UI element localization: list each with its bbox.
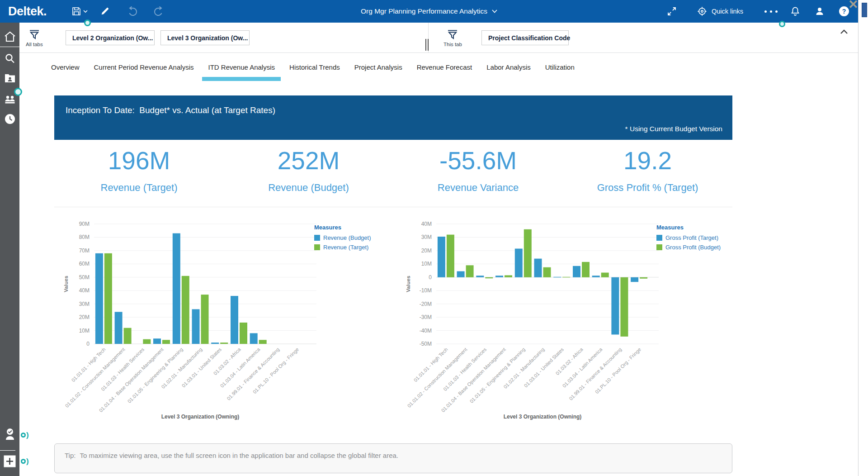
bar-revenue-target-[interactable] bbox=[162, 340, 170, 344]
bar-gross-profit-budget-[interactable] bbox=[485, 277, 493, 278]
tab-project-analysis[interactable]: Project Analysis bbox=[349, 53, 408, 81]
filter-level2-org-button[interactable]: Level 2 Organization (Ow... bbox=[66, 30, 155, 45]
revenue-bar-chart[interactable]: 90M80M70M60M50M40M30M20M10M0Values01.01.… bbox=[54, 210, 396, 439]
bar-revenue-budget-[interactable] bbox=[231, 296, 238, 344]
bar-gross-profit-target-[interactable] bbox=[592, 276, 600, 277]
y-tick-label: 50M bbox=[79, 274, 90, 281]
filter-funnel-icon bbox=[28, 29, 40, 41]
bar-revenue-budget-[interactable] bbox=[173, 233, 180, 344]
bar-revenue-budget-[interactable] bbox=[211, 343, 219, 344]
bar-gross-profit-budget-[interactable] bbox=[562, 277, 570, 277]
bar-gross-profit-budget-[interactable] bbox=[620, 277, 628, 337]
bar-revenue-budget-[interactable] bbox=[95, 253, 103, 344]
y-axis-title: Values bbox=[406, 276, 411, 292]
gross-profit-bar-chart[interactable]: 40M30M20M10M0-10M-20M-30M-40M-50MValues0… bbox=[396, 210, 738, 439]
filter-level3-org-button[interactable]: Level 3 Organization (Ow... bbox=[160, 30, 250, 45]
tab-labor-analysis[interactable]: Labor Analysis bbox=[481, 53, 537, 81]
legend-item[interactable]: Gross Profit (Target) bbox=[656, 234, 736, 241]
y-tick-label: 30M bbox=[79, 301, 90, 307]
all-tabs-filter-button[interactable]: All tabs bbox=[26, 29, 43, 47]
filter-splitter-handle[interactable] bbox=[425, 39, 429, 51]
x-category-label: 01.01.01 - High Tech bbox=[71, 347, 107, 383]
coachmark-add[interactable]: ) bbox=[21, 457, 29, 465]
bar-gross-profit-target-[interactable] bbox=[534, 259, 542, 277]
gross-profit-bar-chart-canvas[interactable]: 40M30M20M10M0-10M-20M-30M-40M-50MValues0… bbox=[396, 210, 663, 428]
bar-revenue-target-[interactable] bbox=[220, 343, 228, 344]
notifications-button[interactable] bbox=[788, 4, 803, 19]
bar-gross-profit-budget-[interactable] bbox=[466, 265, 474, 277]
bar-gross-profit-target-[interactable] bbox=[495, 276, 503, 277]
legend-item[interactable]: Revenue (Target) bbox=[314, 244, 393, 251]
kpi-gross-profit-pct: 19.2 Gross Profit % (Target) bbox=[563, 146, 732, 207]
bar-gross-profit-budget-[interactable] bbox=[543, 267, 551, 277]
sidebar-user-check-button[interactable] bbox=[0, 428, 19, 443]
y-tick-label: 90M bbox=[79, 221, 90, 227]
filter-project-classification-button[interactable]: Project Classification Code bbox=[481, 30, 569, 45]
bar-gross-profit-target-[interactable] bbox=[476, 276, 484, 277]
bar-revenue-target-[interactable] bbox=[240, 323, 247, 344]
bar-gross-profit-target-[interactable] bbox=[631, 277, 638, 282]
bar-revenue-target-[interactable] bbox=[182, 276, 189, 344]
close-icon[interactable]: ✕ bbox=[848, 0, 859, 12]
bar-gross-profit-budget-[interactable] bbox=[601, 273, 609, 277]
coachmark-user-check[interactable]: ) bbox=[21, 431, 29, 439]
sidebar-clock-button[interactable] bbox=[0, 113, 19, 125]
bar-gross-profit-target-[interactable] bbox=[573, 266, 580, 277]
tab-overview[interactable]: Overview bbox=[45, 53, 85, 81]
sidebar-home-button[interactable] bbox=[0, 31, 19, 43]
y-tick-label: 40M bbox=[79, 287, 90, 294]
bar-gross-profit-target-[interactable] bbox=[438, 237, 445, 277]
kpi-revenue-budget: 252M Revenue (Budget) bbox=[224, 146, 393, 207]
tab-current-period-revenue-analysis[interactable]: Current Period Revenue Analysis bbox=[88, 53, 200, 81]
more-ellipsis-icon bbox=[764, 10, 778, 13]
x-category-label: 01.01.01 - High Tech bbox=[413, 347, 449, 383]
bar-gross-profit-target-[interactable] bbox=[457, 271, 465, 277]
bar-revenue-budget-[interactable] bbox=[192, 309, 200, 344]
bar-revenue-target-[interactable] bbox=[104, 253, 112, 344]
bar-revenue-budget-[interactable] bbox=[153, 338, 161, 344]
scrollbar-thumb[interactable] bbox=[862, 3, 867, 17]
bar-gross-profit-target-[interactable] bbox=[553, 277, 561, 277]
sidebar-search-button[interactable] bbox=[0, 52, 19, 64]
revenue-bar-chart-canvas[interactable]: 90M80M70M60M50M40M30M20M10M0Values01.01.… bbox=[54, 210, 321, 428]
sidebar-user-folder-button[interactable] bbox=[0, 73, 19, 83]
bar-gross-profit-target-[interactable] bbox=[515, 249, 523, 277]
x-category-label: 01.03.01 - United States bbox=[181, 347, 223, 389]
tip-box: Tip:To maximize viewing area, use the fu… bbox=[54, 443, 732, 473]
collapse-filter-button[interactable] bbox=[840, 28, 848, 36]
sidebar-add-button[interactable] bbox=[0, 455, 19, 467]
tab-utilization[interactable]: Utilization bbox=[539, 53, 580, 81]
bar-revenue-target-[interactable] bbox=[201, 295, 209, 344]
bar-gross-profit-budget-[interactable] bbox=[505, 275, 512, 277]
legend-item[interactable]: Revenue (Budget) bbox=[314, 234, 393, 241]
legend-item[interactable]: Gross Profit (Budget) bbox=[656, 244, 736, 251]
bar-gross-profit-target-[interactable] bbox=[611, 277, 619, 335]
x-category-label: 01.03.04 - Latin America bbox=[219, 346, 261, 388]
account-button[interactable] bbox=[812, 4, 827, 19]
coachmark-more[interactable] bbox=[779, 21, 785, 27]
bar-gross-profit-budget-[interactable] bbox=[447, 235, 454, 277]
bar-revenue-budget-[interactable] bbox=[250, 333, 258, 344]
more-options-button[interactable] bbox=[763, 4, 778, 19]
tab-itd-revenue-analysis[interactable]: ITD Revenue Analysis bbox=[202, 53, 281, 81]
coachmark-edit[interactable] bbox=[84, 19, 91, 26]
bar-revenue-budget-[interactable] bbox=[115, 312, 123, 344]
tab-historical-trends[interactable]: Historical Trends bbox=[283, 53, 346, 81]
fullscreen-button[interactable] bbox=[664, 4, 679, 19]
quick-links-button[interactable]: Quick links bbox=[697, 6, 743, 17]
tab-revenue-forecast[interactable]: Revenue Forecast bbox=[411, 53, 478, 81]
user-folder-icon bbox=[5, 73, 15, 83]
bar-revenue-target-[interactable] bbox=[143, 339, 151, 344]
y-tick-label: 80M bbox=[79, 234, 90, 240]
bar-gross-profit-budget-[interactable] bbox=[640, 277, 647, 279]
sidebar-contacts-button[interactable] bbox=[0, 95, 19, 104]
chart-legend: MeasuresRevenue (Budget)Revenue (Target) bbox=[314, 224, 393, 253]
scrollbar-track[interactable] bbox=[858, 0, 868, 476]
bar-gross-profit-budget-[interactable] bbox=[582, 262, 590, 277]
this-tab-filter-button[interactable]: This tab bbox=[443, 29, 462, 47]
y-tick-label: 0 bbox=[429, 274, 432, 281]
coachmark-sidebar[interactable] bbox=[14, 88, 22, 96]
bar-revenue-target-[interactable] bbox=[259, 340, 267, 344]
bar-gross-profit-budget-[interactable] bbox=[524, 229, 532, 277]
bar-revenue-target-[interactable] bbox=[124, 328, 132, 344]
